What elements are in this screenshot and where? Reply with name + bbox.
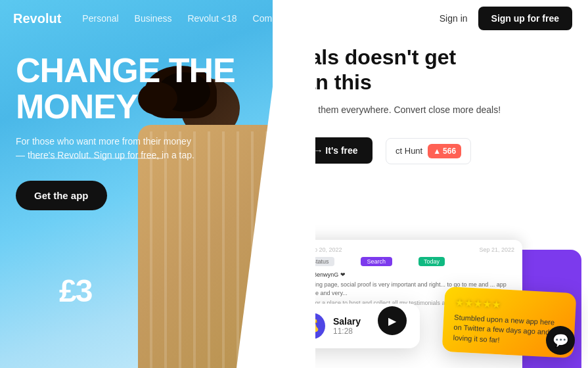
nav-bar: Revolut Personal Business Revolut <18 Co… bbox=[0, 0, 315, 37]
amount-display: £3 bbox=[59, 273, 91, 309]
twitter-handle: @BenwynG ❤ bbox=[307, 271, 514, 278]
salary-time: 11:28 bbox=[333, 327, 361, 336]
chat-support-button[interactable]: 💬 bbox=[546, 326, 575, 355]
nav-business[interactable]: Business bbox=[135, 13, 172, 24]
ph-label: ct Hunt bbox=[396, 146, 422, 156]
nav-personal[interactable]: Personal bbox=[82, 13, 118, 24]
hero-title: CHANGE THE MONEY bbox=[16, 53, 235, 124]
date-row: Sep 20, 2022 Sep 21, 2022 bbox=[307, 246, 514, 253]
salary-info: Salary 11:28 bbox=[333, 316, 361, 336]
star-rating: ★★★★★ bbox=[455, 296, 566, 314]
testimonials-area: Sep 20, 2022 Sep 21, 2022 Status Search … bbox=[273, 223, 588, 368]
brand-logo: Revolut bbox=[13, 11, 61, 26]
play-button[interactable]: ▶ bbox=[378, 306, 407, 335]
ph-arrow: ▲ bbox=[433, 147, 441, 156]
get-app-button[interactable]: Get the app bbox=[16, 181, 107, 210]
salary-label: Salary bbox=[333, 316, 361, 327]
sign-in-link[interactable]: Sign in bbox=[440, 13, 468, 24]
search-mock: Search bbox=[361, 257, 393, 266]
ph-votes: ▲ 566 bbox=[428, 144, 461, 158]
nav-links: Personal Business Revolut <18 Comp... bbox=[82, 13, 284, 24]
play-icon: ▶ bbox=[388, 315, 396, 327]
ph-votes-count: 566 bbox=[443, 147, 456, 156]
signup-button[interactable]: Sign up for free bbox=[478, 7, 572, 30]
left-hero-panel: Revolut Personal Business Revolut <18 Co… bbox=[0, 0, 315, 368]
right-hero-subtitle: Share them everywhere. Convert close mor… bbox=[291, 103, 575, 117]
status-row: Status Search Today bbox=[307, 257, 514, 266]
ph-sub: Ma bbox=[291, 167, 575, 179]
hero-subtitle: For those who want more from their money… bbox=[16, 135, 200, 162]
chat-support-icon: 💬 bbox=[553, 333, 569, 348]
right-hero-content: nials doesn't get han this Share them ev… bbox=[291, 45, 575, 179]
hero-content: CHANGE THE MONEY For those who want more… bbox=[16, 53, 235, 210]
nav-revolut18[interactable]: Revolut <18 bbox=[187, 13, 237, 24]
right-panel: Sign in Sign up for free nials doesn't g… bbox=[273, 0, 588, 368]
top-bar: Sign in Sign up for free bbox=[273, 0, 588, 37]
right-hero-title: nials doesn't get han this bbox=[291, 45, 575, 95]
product-hunt-badge: ct Hunt ▲ 566 bbox=[386, 138, 471, 164]
nav-company[interactable]: Comp... bbox=[253, 13, 285, 24]
